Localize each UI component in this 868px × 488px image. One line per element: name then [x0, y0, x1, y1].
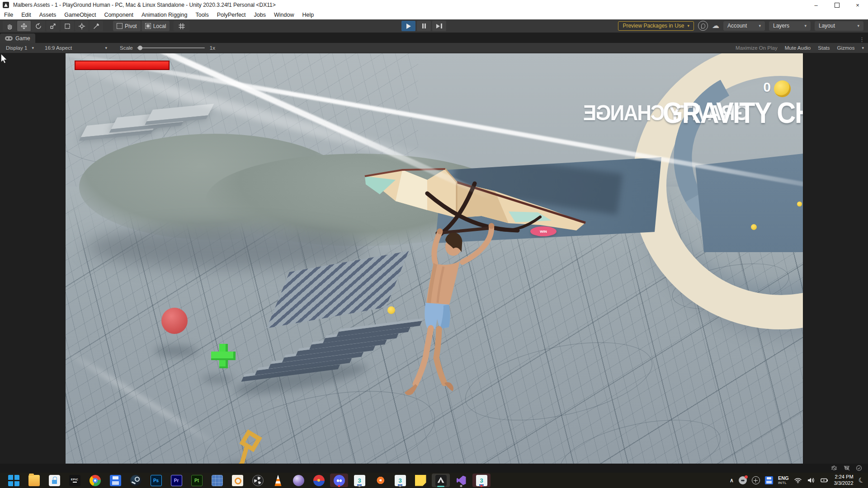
debugger-disabled-icon[interactable] — [830, 465, 838, 471]
transform-tool-icon[interactable] — [75, 21, 89, 31]
menu-polyperfect[interactable]: PolyPerfect — [213, 12, 250, 18]
chevron-down-icon: ▾ — [804, 24, 807, 28]
steam-icon[interactable] — [130, 475, 142, 486]
layers-dropdown[interactable]: Layers ▾ — [769, 21, 811, 31]
preview-packages-button[interactable]: Preview Packages in Use ▾ — [618, 21, 694, 31]
speaker-icon[interactable] — [807, 477, 815, 484]
floppy-app-icon[interactable] — [110, 475, 121, 486]
tray-circular-app-icon[interactable] — [752, 476, 760, 484]
aspect-ratio-dropdown[interactable]: 16:9 Aspect ▾ — [42, 45, 110, 51]
blender-icon[interactable] — [374, 475, 386, 486]
close-button[interactable]: × — [847, 0, 868, 10]
pivot-icon — [117, 23, 123, 29]
rotate-tool-icon[interactable] — [32, 21, 45, 31]
account-dropdown[interactable]: Account ▾ — [723, 21, 765, 31]
sticky-notes-icon[interactable] — [415, 475, 426, 486]
menu-component[interactable]: Component — [100, 12, 137, 18]
gizmos-dropdown[interactable]: Gizmos — [837, 45, 854, 51]
substance-painter-icon[interactable]: Pt — [191, 475, 203, 486]
game-viewport[interactable]: WIN — [66, 53, 803, 464]
coin-counter-icon — [774, 80, 791, 97]
scale-slider-knob[interactable] — [138, 46, 142, 50]
clock[interactable]: 2:24 PM 3/3/2022 — [834, 474, 854, 487]
microsoft-store-icon[interactable] — [49, 475, 60, 486]
grid-snap-icon[interactable] — [174, 21, 190, 31]
file-explorer-icon[interactable] — [28, 475, 40, 486]
pivot-toggle-button[interactable]: Pivot — [113, 21, 141, 31]
3ds-max-icon[interactable]: 3 — [476, 475, 487, 486]
maximize-icon — [835, 3, 840, 8]
window-controls: – × — [806, 0, 868, 10]
epic-games-icon[interactable]: EPIC — [69, 475, 80, 486]
vlc-icon[interactable] — [273, 475, 284, 486]
window-title: Malbers Assets - 1 - PlayGround Human - … — [13, 2, 276, 8]
menu-edit[interactable]: Edit — [17, 12, 35, 18]
maximize-on-play-toggle[interactable]: Maximize On Play — [736, 45, 778, 51]
menu-assets[interactable]: Assets — [35, 12, 61, 18]
3ds-max-icon[interactable]: 3 — [395, 475, 406, 486]
menu-help[interactable]: Help — [298, 12, 318, 18]
battery-icon[interactable] — [820, 477, 829, 484]
maximize-button[interactable] — [826, 0, 847, 10]
step-icon — [436, 24, 440, 28]
hand-tool-icon[interactable] — [3, 21, 16, 31]
menu-jobs[interactable]: Jobs — [250, 12, 270, 18]
tray-floppy-app-icon[interactable] — [765, 476, 773, 484]
language-indicator[interactable]: ENG INTL — [778, 476, 789, 485]
red-blue-app-icon[interactable] — [313, 475, 325, 486]
chevron-down-icon[interactable]: ▾ — [862, 46, 864, 50]
tray-chevron-up-icon[interactable]: ∧ — [730, 477, 734, 483]
grid-snap-group — [174, 21, 190, 31]
cloud-icon[interactable]: ☁ — [712, 22, 719, 29]
progress-ok-icon[interactable] — [855, 465, 863, 471]
scale-slider[interactable] — [137, 47, 205, 48]
menu-gameobject[interactable]: GameObject — [60, 12, 100, 18]
unity-taskbar-icon[interactable] — [435, 475, 447, 486]
minimize-button[interactable]: – — [806, 0, 826, 10]
step-button[interactable] — [432, 21, 446, 31]
wifi-icon[interactable] — [794, 477, 802, 484]
pause-button[interactable] — [417, 21, 431, 31]
editor-status-bar — [0, 464, 868, 473]
tab-game[interactable]: Game — [0, 33, 35, 43]
menu-file[interactable]: File — [0, 12, 17, 18]
unity-toolbar: Pivot Local Preview Packages in Use ▾ ☁ … — [0, 19, 868, 33]
tor-browser-icon[interactable] — [293, 475, 304, 486]
document-search-icon[interactable] — [232, 475, 243, 486]
collab-icon[interactable] — [698, 21, 708, 31]
mute-audio-toggle[interactable]: Mute Audio — [785, 45, 811, 51]
chevron-down-icon: ▾ — [687, 24, 689, 28]
fan-app-icon[interactable] — [252, 475, 264, 486]
menu-tools[interactable]: Tools — [191, 12, 212, 18]
3ds-max-icon[interactable]: 3 — [354, 475, 365, 486]
play-icon — [406, 23, 411, 29]
discord-icon[interactable] — [334, 475, 345, 486]
hang-glider-character — [359, 166, 594, 410]
scale-tool-icon[interactable] — [46, 21, 60, 31]
local-axis-icon — [145, 23, 151, 29]
visual-studio-icon[interactable] — [456, 475, 467, 486]
play-button[interactable] — [401, 21, 415, 31]
premiere-icon[interactable]: Pr — [171, 475, 182, 486]
start-button-icon[interactable] — [8, 475, 19, 486]
rect-tool-icon[interactable] — [61, 21, 74, 31]
menu-animation-rigging[interactable]: Animation Rigging — [137, 12, 191, 18]
kebab-menu-icon[interactable]: ⋮ — [859, 36, 865, 43]
photoshop-icon[interactable]: Ps — [151, 475, 162, 486]
display-dropdown[interactable]: Display 1 ▾ — [3, 45, 37, 51]
chrome-icon[interactable] — [90, 475, 101, 486]
local-toggle-button[interactable]: Local — [142, 21, 170, 31]
hill-shadow — [86, 226, 366, 269]
cache-disabled-icon[interactable] — [843, 465, 851, 471]
windows-taskbar: EPIC Ps Pr Pt 3 3 3 ∧ ENG INTL — [0, 473, 868, 488]
layout-dropdown[interactable]: Layout ▾ — [815, 21, 863, 31]
focus-assist-moon-icon[interactable]: ☾ — [857, 475, 865, 485]
move-tool-icon[interactable] — [17, 21, 31, 31]
stats-toggle[interactable]: Stats — [818, 45, 830, 51]
scale-label: Scale — [120, 45, 133, 51]
game-tab-bar: Game ⋮ — [0, 33, 868, 43]
calculator-icon[interactable] — [212, 475, 223, 486]
custom-tool-icon[interactable] — [90, 21, 103, 31]
menu-window[interactable]: Window — [270, 12, 298, 18]
tray-discord-icon[interactable] — [739, 476, 747, 484]
